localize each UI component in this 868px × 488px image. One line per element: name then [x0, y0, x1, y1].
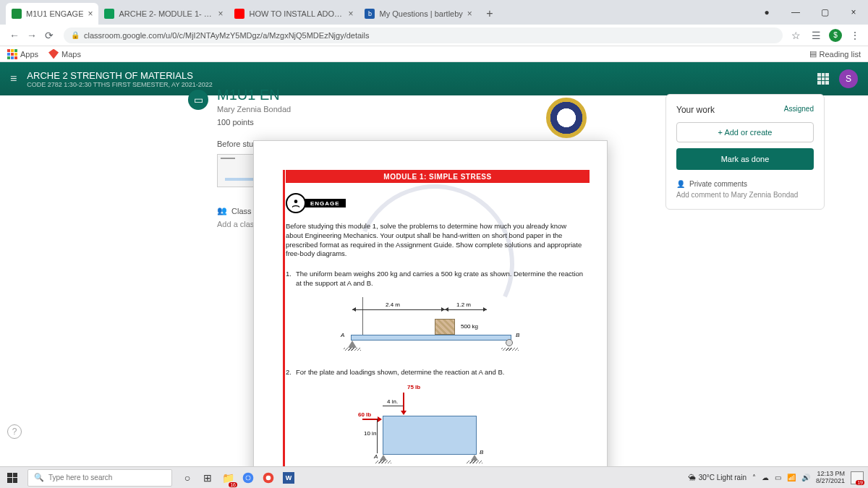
- doc-intro: Before studying this module 1, solve the…: [286, 222, 585, 259]
- apps-icon: [7, 49, 17, 59]
- svg-point-3: [246, 476, 250, 479]
- new-tab-button[interactable]: +: [481, 5, 498, 22]
- private-comment-input[interactable]: Add comment to Mary Zennia Bondad: [676, 191, 814, 199]
- class-subtitle: CODE 2782 1:30-2:30 TTHS FIRST SEMESTER,…: [27, 81, 212, 88]
- chevron-up-icon[interactable]: ˄: [752, 474, 756, 481]
- status-badge: Assigned: [784, 105, 814, 115]
- tab-2[interactable]: ARCHE 2- MODULE 1- ENGAGE a ×: [98, 3, 229, 25]
- svg-point-5: [266, 475, 271, 480]
- address-bar: ← → ⟳ 🔒 classroom.google.com/u/0/c/MjI2N…: [0, 25, 868, 46]
- assignment-author: Mary Zennia Bondad: [217, 105, 293, 114]
- document-preview: MODULE 1: SIMPLE STRESS ENGAGE Before st…: [253, 140, 608, 488]
- help-button[interactable]: ?: [7, 424, 22, 439]
- notifications-icon[interactable]: 19: [851, 471, 864, 484]
- star-icon[interactable]: ☆: [788, 28, 803, 43]
- bartleby-icon: b: [365, 9, 375, 19]
- module-title-bar: MODULE 1: SIMPLE STRESS: [286, 170, 590, 183]
- engage-icon: [286, 193, 306, 213]
- browser-titlebar: M1U1 ENGAGE × ARCHE 2- MODULE 1- ENGAGE …: [0, 0, 868, 25]
- readmode-icon[interactable]: ☰: [809, 28, 823, 43]
- mark-done-button[interactable]: Mark as done: [676, 148, 814, 170]
- url-text: classroom.google.com/u/0/c/MjI2NTAyMzY5M…: [84, 31, 370, 40]
- tab-title: My Questions | bartleby: [379, 9, 462, 18]
- dim-4in: 4 in.: [387, 398, 398, 405]
- account-icon[interactable]: ●: [752, 0, 781, 25]
- apps-shortcut[interactable]: Apps: [7, 49, 38, 59]
- figure-1-beam: 2.4 m 1.2 m 500 kg A B: [333, 294, 529, 359]
- explorer-icon[interactable]: 📁16: [220, 470, 236, 486]
- maximize-button[interactable]: ▢: [810, 0, 839, 25]
- svg-point-0: [294, 200, 298, 203]
- tab-4[interactable]: b My Questions | bartleby ×: [359, 3, 477, 25]
- windows-taskbar: 🔍 Type here to search ○ ⊞ 📁16 W 🌦 30°C L…: [0, 466, 868, 488]
- crate: [435, 319, 455, 335]
- chrome-icon[interactable]: [240, 470, 256, 486]
- school-logo: [546, 98, 587, 138]
- hamburger-icon[interactable]: ≡: [10, 72, 17, 85]
- cortana-icon[interactable]: ○: [179, 470, 195, 486]
- main-content: ▭ M1U1 EN Mary Zennia Bondad 100 points …: [0, 95, 868, 466]
- tab-3[interactable]: HOW TO INSTALL ADOBE PHOTO ×: [229, 3, 359, 25]
- close-icon[interactable]: ×: [348, 9, 353, 19]
- clock[interactable]: 12:13 PM 8/27/2021: [816, 471, 845, 485]
- tab-title: ARCHE 2- MODULE 1- ENGAGE a: [119, 9, 213, 18]
- classroom-icon: [12, 9, 22, 19]
- search-placeholder: Type here to search: [48, 474, 112, 481]
- reload-button[interactable]: ⟳: [41, 27, 58, 44]
- close-icon[interactable]: ×: [88, 9, 93, 19]
- maps-icon: [48, 49, 59, 59]
- tab-title: M1U1 ENGAGE: [26, 9, 83, 18]
- menu-icon[interactable]: ⋮: [848, 28, 862, 43]
- user-avatar[interactable]: S: [839, 69, 858, 88]
- close-icon[interactable]: ×: [218, 9, 223, 19]
- volume-icon[interactable]: 🔊: [801, 474, 810, 481]
- maps-shortcut[interactable]: Maps: [48, 49, 81, 59]
- close-icon[interactable]: ×: [467, 9, 472, 19]
- dim-1p2m: 1.2 m: [455, 301, 472, 308]
- class-info[interactable]: ARCHE 2 STRENGTH OF MATERIALS CODE 2782 …: [27, 70, 212, 88]
- person-icon: 👤: [676, 180, 685, 188]
- dim-10in: 10 in.: [364, 430, 378, 437]
- engage-label: ENGAGE: [305, 199, 346, 207]
- taskview-icon[interactable]: ⊞: [200, 470, 216, 486]
- label-b: B: [516, 332, 519, 338]
- apps-label: Apps: [20, 50, 38, 59]
- weather-widget[interactable]: 🌦 30°C Light rain: [689, 474, 746, 481]
- start-button[interactable]: [0, 467, 25, 489]
- reading-list[interactable]: ▤ Reading list: [809, 49, 861, 59]
- search-icon: 🔍: [34, 473, 44, 482]
- minimize-button[interactable]: —: [781, 0, 810, 25]
- add-create-button[interactable]: + Add or create: [676, 122, 814, 142]
- chrome-canary-icon[interactable]: [260, 470, 276, 486]
- back-button[interactable]: ←: [6, 27, 23, 44]
- support-b: [506, 339, 513, 346]
- bookmarks-bar: Apps Maps ▤ Reading list: [0, 46, 868, 62]
- google-apps-icon[interactable]: [817, 73, 829, 85]
- onedrive-icon[interactable]: ☁: [762, 474, 769, 481]
- tab-1[interactable]: M1U1 ENGAGE ×: [6, 3, 98, 25]
- word-icon[interactable]: W: [281, 470, 297, 486]
- battery-icon[interactable]: ▭: [775, 474, 781, 481]
- crate-label: 500 kg: [461, 323, 478, 330]
- taskbar-search[interactable]: 🔍 Type here to search: [27, 469, 172, 487]
- maps-label: Maps: [61, 50, 81, 59]
- system-tray: 🌦 30°C Light rain ˄ ☁ ▭ 📶 🔊 12:13 PM 8/2…: [689, 471, 868, 485]
- assignment-points: 100 points: [217, 118, 293, 127]
- private-comments-header: 👤 Private comments: [676, 180, 814, 188]
- wifi-icon[interactable]: 📶: [787, 474, 796, 481]
- close-window-button[interactable]: ×: [839, 0, 868, 25]
- plate: [383, 416, 477, 455]
- dim-2p4m: 2.4 m: [384, 301, 401, 308]
- weather-icon: 🌦: [689, 474, 696, 481]
- extension-icon[interactable]: $: [829, 29, 842, 42]
- lock-icon: 🔒: [71, 31, 80, 39]
- reading-label: Reading list: [820, 50, 861, 59]
- question-1: 1.The uniform beam weighs 200 kg and car…: [286, 270, 585, 288]
- url-input[interactable]: 🔒 classroom.google.com/u/0/c/MjI2NTAyMzY…: [64, 27, 783, 43]
- forward-button[interactable]: →: [23, 27, 41, 44]
- force-60lb: 60 lb: [358, 411, 371, 418]
- label-a: A: [341, 332, 344, 338]
- list-icon: ▤: [809, 49, 817, 59]
- window-controls: ● — ▢ ×: [752, 0, 868, 25]
- your-work-card: Your work Assigned + Add or create Mark …: [665, 94, 825, 210]
